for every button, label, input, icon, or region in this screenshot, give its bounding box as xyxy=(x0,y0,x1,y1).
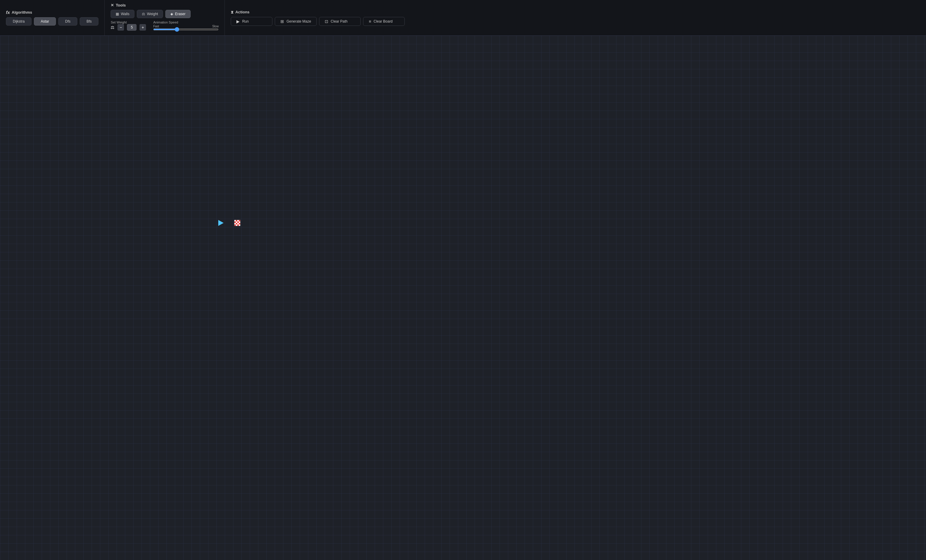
weight-value: 5 xyxy=(127,24,136,31)
weight-minus-btn[interactable]: − xyxy=(118,24,124,31)
weight-control: ⚖ − 5 + xyxy=(110,24,146,31)
algo-btn-astar[interactable]: Astar xyxy=(34,17,56,26)
algo-btn-bfs[interactable]: Bfs xyxy=(80,17,98,26)
weight-plus-btn[interactable]: + xyxy=(139,24,146,31)
tools-label: Tools xyxy=(116,3,126,8)
clear-board-button[interactable]: ≡ Clear Board xyxy=(363,17,405,26)
actions-icon: ⧗ xyxy=(231,10,233,15)
run-label: Run xyxy=(242,19,248,24)
weight-bag-icon: ⚖ xyxy=(110,25,115,30)
eraser-icon: ◈ xyxy=(170,12,173,16)
tool-btn-eraser[interactable]: ◈ Eraser xyxy=(165,10,190,18)
actions-label: Actions xyxy=(235,10,250,14)
clear-path-button[interactable]: ⊡ Clear Path xyxy=(319,17,361,26)
algo-btn-dfs[interactable]: Dfs xyxy=(58,17,77,26)
weight-icon: ⚖ xyxy=(142,12,145,16)
animation-speed-control: Animation Speed Fast Slow xyxy=(153,21,219,30)
algo-btn-dijkstra[interactable]: Dijkstra xyxy=(6,17,32,26)
run-icon: ▶ xyxy=(236,19,240,24)
algorithms-label: Algorithms xyxy=(12,10,32,15)
actions-section: ⧗ Actions ▶ Run ⊞ Generate Maze ⊡ Clear … xyxy=(225,0,926,35)
clear-board-label: Clear Board xyxy=(374,19,392,24)
grid-container[interactable] xyxy=(0,36,926,560)
weight-label: Weight xyxy=(147,12,158,16)
toolbar: fx Algorithms Dijkstra Astar Dfs Bfs ✕ T… xyxy=(0,0,926,36)
tool-btn-weight[interactable]: ⚖ Weight xyxy=(137,10,163,18)
clear-path-label: Clear Path xyxy=(331,19,348,24)
clear-path-icon: ⊡ xyxy=(325,19,328,24)
run-button[interactable]: ▶ Run xyxy=(231,17,272,26)
algorithms-icon: fx xyxy=(6,10,10,15)
grid-canvas[interactable] xyxy=(0,36,926,560)
tools-icon: ✕ xyxy=(110,3,114,8)
generate-maze-label: Generate Maze xyxy=(286,19,311,24)
algo-buttons-group: Dijkstra Astar Dfs Bfs xyxy=(6,17,98,26)
generate-maze-button[interactable]: ⊞ Generate Maze xyxy=(275,17,317,26)
walls-label: Walls xyxy=(121,12,129,16)
tools-title: ✕ Tools xyxy=(110,3,219,8)
actions-title: ⧗ Actions xyxy=(231,10,920,15)
speed-slider[interactable] xyxy=(153,29,219,30)
set-weight-label: Set Weight xyxy=(110,21,146,24)
generate-maze-icon: ⊞ xyxy=(280,19,284,24)
eraser-label: Eraser xyxy=(175,12,185,16)
tools-section: ✕ Tools ▦ Walls ⚖ Weight ◈ Eraser Set We… xyxy=(105,0,225,35)
action-buttons-group: ▶ Run ⊞ Generate Maze ⊡ Clear Path ≡ Cle… xyxy=(231,17,920,26)
clear-board-icon: ≡ xyxy=(369,19,371,24)
walls-icon: ▦ xyxy=(116,12,119,16)
tool-buttons-group: ▦ Walls ⚖ Weight ◈ Eraser xyxy=(110,10,219,18)
animation-speed-label: Animation Speed xyxy=(153,21,219,24)
algorithms-title: fx Algorithms xyxy=(6,10,98,15)
tool-btn-walls[interactable]: ▦ Walls xyxy=(110,10,135,18)
algorithms-section: fx Algorithms Dijkstra Astar Dfs Bfs xyxy=(0,0,105,35)
